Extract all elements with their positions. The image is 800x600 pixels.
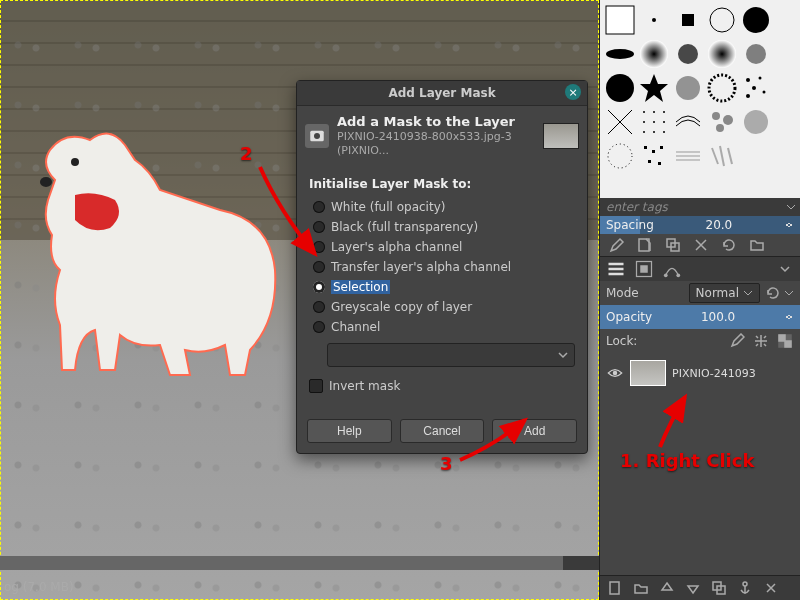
raise-layer-icon[interactable] [658, 579, 676, 597]
new-brush-icon[interactable] [636, 236, 654, 254]
svg-point-21 [746, 94, 750, 98]
svg-rect-57 [779, 335, 785, 341]
radio-white[interactable]: White (full opacity) [309, 197, 575, 217]
svg-point-37 [608, 144, 632, 168]
layer-row[interactable]: PIXNIO-241093 [606, 359, 794, 387]
svg-point-1 [40, 177, 52, 187]
delete-layer-icon[interactable] [762, 579, 780, 597]
open-brush-icon[interactable] [748, 236, 766, 254]
svg-point-26 [663, 111, 665, 113]
svg-rect-53 [640, 265, 648, 273]
layer-name[interactable]: PIXNIO-241093 [672, 367, 756, 380]
radio-greyscale[interactable]: Greyscale copy of layer [309, 297, 575, 317]
cancel-button[interactable]: Cancel [400, 419, 485, 443]
svg-line-47 [720, 146, 724, 166]
paths-tab[interactable] [662, 260, 682, 278]
svg-point-33 [712, 112, 720, 120]
svg-rect-6 [682, 14, 694, 26]
dialog-layer-thumbnail [543, 123, 579, 149]
new-layer-icon[interactable] [606, 579, 624, 597]
svg-point-32 [663, 131, 665, 133]
layer-thumbnail[interactable] [630, 360, 666, 386]
brush-tags-input[interactable]: enter tags [600, 198, 800, 216]
svg-point-17 [746, 78, 750, 82]
svg-point-29 [663, 121, 665, 123]
dialog-title: Add Layer Mask [388, 86, 495, 100]
svg-point-0 [71, 158, 79, 166]
svg-point-15 [676, 76, 700, 100]
svg-point-8 [743, 7, 769, 33]
svg-rect-38 [644, 146, 647, 149]
radio-black[interactable]: Black (full transparency) [309, 217, 575, 237]
layer-list[interactable]: PIXNIO-241093 [600, 353, 800, 575]
help-button[interactable]: Help [307, 419, 392, 443]
layer-visibility-icon[interactable] [606, 364, 624, 382]
duplicate-layer-icon[interactable] [710, 579, 728, 597]
canvas-image [20, 120, 300, 380]
svg-point-30 [643, 131, 645, 133]
svg-rect-42 [658, 162, 661, 165]
svg-point-13 [746, 44, 766, 64]
horizontal-scrollbar[interactable] [0, 556, 599, 570]
svg-point-19 [752, 86, 756, 90]
svg-point-5 [652, 18, 656, 22]
mask-icon [305, 124, 329, 148]
layers-tab[interactable] [606, 260, 626, 278]
lock-pixels-icon[interactable] [728, 332, 746, 350]
add-layer-mask-dialog: Add Layer Mask × Add a Mask to the Layer… [296, 80, 588, 454]
brush-spacing-slider[interactable]: Spacing 20.0 [600, 216, 800, 234]
svg-point-18 [759, 77, 762, 80]
opacity-slider[interactable]: Opacity 100.0 [600, 305, 800, 329]
anchor-layer-icon[interactable] [736, 579, 754, 597]
add-button[interactable]: Add [492, 419, 577, 443]
svg-point-11 [678, 44, 698, 64]
svg-rect-58 [785, 341, 791, 347]
delete-brush-icon[interactable] [692, 236, 710, 254]
svg-point-55 [676, 273, 680, 277]
svg-point-63 [743, 582, 747, 586]
svg-point-25 [653, 111, 655, 113]
invert-mask-checkbox[interactable]: Invert mask [309, 379, 575, 393]
dialog-header: Add a Mask to the Layer [337, 114, 535, 129]
lower-layer-icon[interactable] [684, 579, 702, 597]
tab-menu-icon[interactable] [776, 260, 794, 278]
svg-point-31 [653, 131, 655, 133]
radio-channel[interactable]: Channel [309, 317, 575, 337]
lock-alpha-icon[interactable] [776, 332, 794, 350]
svg-point-59 [613, 371, 618, 376]
svg-point-9 [606, 49, 634, 59]
svg-rect-4 [606, 6, 634, 34]
svg-point-10 [640, 40, 668, 68]
lock-label: Lock: [606, 334, 722, 348]
channel-dropdown[interactable] [327, 343, 575, 367]
mode-reset-icon[interactable] [764, 284, 782, 302]
init-section-label: Initialise Layer Mask to: [309, 177, 575, 191]
svg-rect-41 [648, 160, 651, 163]
svg-point-34 [723, 115, 733, 125]
new-group-icon[interactable] [632, 579, 650, 597]
lock-position-icon[interactable] [752, 332, 770, 350]
svg-point-54 [664, 273, 668, 277]
svg-point-36 [744, 110, 768, 134]
svg-rect-60 [610, 582, 619, 594]
blend-mode-dropdown[interactable]: Normal [689, 283, 760, 303]
refresh-brush-icon[interactable] [720, 236, 738, 254]
dialog-subheader: PIXNIO-2410938-800x533.jpg-3 (PIXNIO... [337, 130, 512, 157]
svg-point-7 [710, 8, 734, 32]
dialog-close-button[interactable]: × [565, 84, 581, 100]
radio-selection[interactable]: Selection [309, 277, 575, 297]
svg-line-46 [712, 148, 718, 164]
edit-brush-icon[interactable] [608, 236, 626, 254]
svg-point-24 [643, 111, 645, 113]
duplicate-brush-icon[interactable] [664, 236, 682, 254]
dialog-titlebar[interactable]: Add Layer Mask × [297, 81, 587, 106]
mode-label: Mode [606, 286, 689, 300]
radio-alpha[interactable]: Layer's alpha channel [309, 237, 575, 257]
svg-point-27 [643, 121, 645, 123]
right-dock: enter tags Spacing 20.0 Mode [599, 0, 800, 600]
channels-tab[interactable] [634, 260, 654, 278]
svg-rect-39 [652, 150, 655, 153]
brush-grid[interactable] [600, 0, 800, 198]
canvas-area[interactable]: og (7.0 MB) Add Layer Mask × Add a Mask … [0, 0, 599, 600]
radio-transfer-alpha[interactable]: Transfer layer's alpha channel [309, 257, 575, 277]
